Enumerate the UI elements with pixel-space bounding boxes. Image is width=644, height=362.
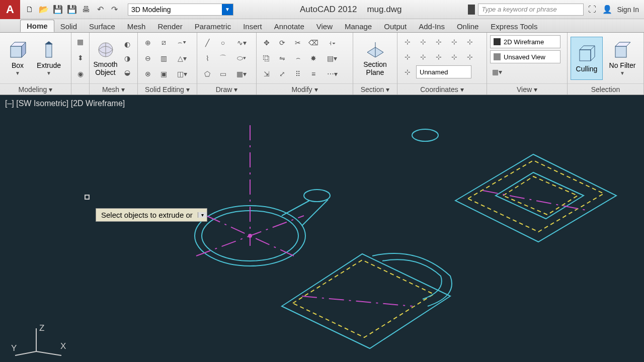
tab-parametric[interactable]: Parametric xyxy=(189,21,237,32)
polysolid-icon[interactable]: ▦ xyxy=(73,35,88,49)
app-icon[interactable]: A xyxy=(0,0,20,19)
ucs-icon-1[interactable]: ⊹ xyxy=(400,35,415,49)
prompt-dropdown-icon[interactable]: ▾ xyxy=(198,212,207,218)
explode-icon[interactable]: ✸ xyxy=(306,51,320,65)
open-icon[interactable]: 📂 xyxy=(38,4,49,15)
rotate-icon[interactable]: ⟳ xyxy=(275,36,289,50)
hatch-icon[interactable]: ▦▾ xyxy=(231,67,252,81)
array-icon[interactable]: ⠿ xyxy=(291,67,305,81)
panel-draw-title[interactable]: Draw ▾ xyxy=(197,83,256,95)
panel-modeling-title[interactable]: Modeling ▾ xyxy=(0,83,71,95)
polygon-icon[interactable]: ⬠ xyxy=(200,67,214,81)
move-icon[interactable]: ✥ xyxy=(260,36,274,50)
saveas-icon[interactable]: 💾 xyxy=(66,4,77,15)
fillet-icon[interactable]: ⌢ xyxy=(291,51,305,65)
ucs-name-dropdown[interactable]: Unnamed xyxy=(416,65,471,78)
copy-icon[interactable]: ⿻ xyxy=(260,51,274,65)
ucs-icon-3[interactable]: ⊹ xyxy=(432,35,446,49)
tab-surface[interactable]: Surface xyxy=(83,21,121,32)
tab-online[interactable]: Online xyxy=(451,21,485,32)
tab-express[interactable]: Express Tools xyxy=(485,21,543,32)
tab-insert[interactable]: Insert xyxy=(237,21,268,32)
imprint-icon[interactable]: ▣ xyxy=(156,67,171,81)
view-tool-icon[interactable]: ▦▾ xyxy=(490,65,504,79)
search-prefix-icon[interactable] xyxy=(468,5,475,15)
align-icon[interactable]: ⫞▾ xyxy=(322,36,342,50)
panel-selection-title[interactable]: Selection xyxy=(568,83,643,95)
tab-manage[interactable]: Manage xyxy=(339,21,378,32)
tab-output[interactable]: Output xyxy=(378,21,413,32)
tab-view[interactable]: View xyxy=(310,21,339,32)
section-plane-button[interactable]: Section Plane xyxy=(356,40,394,76)
culling-button[interactable]: Culling xyxy=(571,37,603,80)
tab-render[interactable]: Render xyxy=(151,21,188,32)
visual-style-dropdown[interactable]: 2D Wireframe xyxy=(490,35,560,48)
trim-icon[interactable]: ✂ xyxy=(291,36,305,50)
box-button[interactable]: Box▼ xyxy=(3,40,32,76)
new-icon[interactable]: 🗋 xyxy=(24,4,35,15)
polyline-icon[interactable]: ⌇ xyxy=(200,51,214,65)
save-icon[interactable]: 💾 xyxy=(52,4,63,15)
mirror-icon[interactable]: ⇋ xyxy=(275,51,289,65)
ucs-icon-8[interactable]: ⊹ xyxy=(432,50,446,64)
tab-solid[interactable]: Solid xyxy=(54,21,83,32)
tab-annotate[interactable]: Annotate xyxy=(268,21,310,32)
nofilter-button[interactable]: No Filter▼ xyxy=(605,40,640,76)
user-icon[interactable]: 👤 xyxy=(602,4,613,15)
ucs-icon-6[interactable]: ⊹ xyxy=(400,50,415,64)
panel-section-title[interactable]: Section ▾ xyxy=(353,83,397,95)
mesh-tool-1[interactable]: ◐ xyxy=(120,37,134,51)
presspull-icon[interactable]: ⬍ xyxy=(73,51,88,65)
circle-icon[interactable]: ○ xyxy=(216,36,230,50)
smooth-object-button[interactable]: Smooth Object xyxy=(93,40,118,76)
stretch-icon[interactable]: ⇲ xyxy=(260,67,274,81)
rectangle-icon[interactable]: ▭ xyxy=(216,67,230,81)
shell-icon[interactable]: ◫▾ xyxy=(172,67,192,81)
line-icon[interactable]: ╱ xyxy=(200,36,214,50)
svg-point-18 xyxy=(248,234,252,238)
tab-addins[interactable]: Add-Ins xyxy=(413,21,451,32)
union-icon[interactable]: ⊕ xyxy=(141,36,155,50)
slice-icon[interactable]: ⧄ xyxy=(156,36,171,50)
saved-view-dropdown[interactable]: Unsaved View xyxy=(490,50,560,63)
drawing-viewport[interactable]: [–] [SW Isometric] [2D Wireframe] Select… xyxy=(0,95,644,362)
ucs-icon-10[interactable]: ⊹ xyxy=(463,50,477,64)
ucs-icon-5[interactable]: ⊹ xyxy=(463,35,477,49)
panel-coords-title[interactable]: Coordinates ▾ xyxy=(397,83,487,95)
mesh-tool-3[interactable]: ◒ xyxy=(120,65,134,79)
ucs-icon-2[interactable]: ⊹ xyxy=(416,35,430,49)
ucs-icon-4[interactable]: ⊹ xyxy=(447,35,461,49)
intersect-icon[interactable]: ⊗ xyxy=(141,67,155,81)
extrude-button[interactable]: Extrude▼ xyxy=(34,40,63,76)
revolve-icon[interactable]: ◉ xyxy=(73,67,88,81)
exchange-icon[interactable]: ⛶ xyxy=(587,4,598,15)
panel-mesh-title[interactable]: Mesh ▾ xyxy=(90,83,137,95)
spline-icon[interactable]: ∿▾ xyxy=(231,36,252,50)
thicken-icon[interactable]: ▥ xyxy=(156,51,171,65)
arc-icon[interactable]: ⌒ xyxy=(216,51,230,65)
signin-link[interactable]: Sign In xyxy=(617,6,639,14)
erase-icon[interactable]: ⌫ xyxy=(306,36,320,50)
workspace-dropdown[interactable]: 3D Modeling ▼ xyxy=(128,4,233,16)
search-input[interactable]: Type a keyword or phrase xyxy=(478,4,584,16)
subtract-icon[interactable]: ⊖ xyxy=(141,51,155,65)
redo-icon[interactable]: ↷ xyxy=(109,4,120,15)
more-icon[interactable]: ⋯▾ xyxy=(322,67,342,81)
print-icon[interactable]: 🖶 xyxy=(80,4,92,15)
panel-modify-title[interactable]: Modify ▾ xyxy=(257,83,353,95)
edit-icon[interactable]: ▤▾ xyxy=(322,51,342,65)
scale-icon[interactable]: ⤢ xyxy=(275,67,289,81)
ucs-icon-9[interactable]: ⊹ xyxy=(447,50,461,64)
offset-icon[interactable]: ≡ xyxy=(306,67,320,81)
taper-icon[interactable]: △▾ xyxy=(172,51,192,65)
ucs-icon-11[interactable]: ⊹ xyxy=(400,65,415,79)
ellipse-icon[interactable]: ⬭▾ xyxy=(231,51,252,65)
undo-icon[interactable]: ↶ xyxy=(95,4,106,15)
fillet-edge-icon[interactable]: ⌢▾ xyxy=(172,36,192,50)
panel-view-title[interactable]: View ▾ xyxy=(487,83,567,95)
mesh-tool-2[interactable]: ◑ xyxy=(120,51,134,65)
ucs-icon-7[interactable]: ⊹ xyxy=(416,50,430,64)
tab-mesh[interactable]: Mesh xyxy=(121,21,152,32)
panel-solidedit-title[interactable]: Solid Editing ▾ xyxy=(138,83,197,95)
tab-home[interactable]: Home xyxy=(20,20,54,32)
